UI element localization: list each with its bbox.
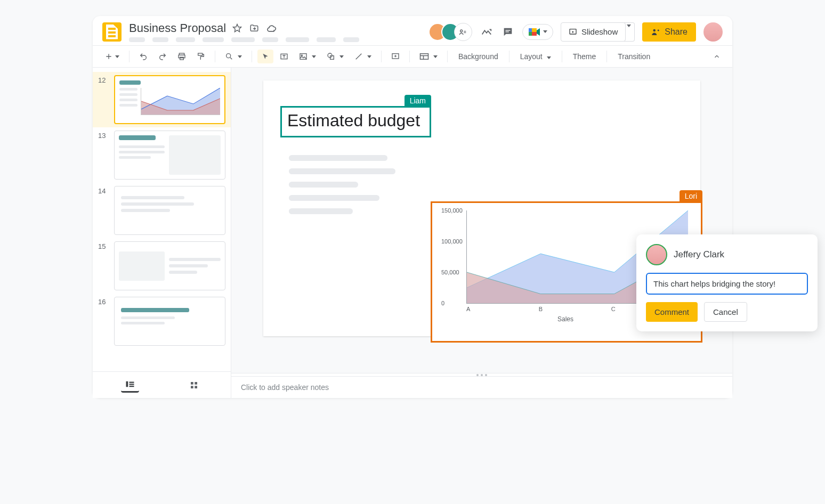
comment-author-name: Jeffery Clark bbox=[674, 249, 724, 260]
svg-rect-25 bbox=[130, 384, 134, 385]
svg-rect-29 bbox=[191, 386, 193, 388]
chevron-down-icon bbox=[339, 55, 344, 58]
comments-icon[interactable] bbox=[501, 26, 515, 38]
redo-button[interactable] bbox=[154, 49, 171, 64]
filmstrip-grid-view[interactable] bbox=[185, 377, 203, 393]
slide-canvas[interactable]: Liam Estimated budget Lori bbox=[263, 80, 700, 336]
slideshow-dropdown[interactable] bbox=[624, 22, 635, 42]
svg-rect-3 bbox=[505, 31, 508, 32]
shape-button[interactable] bbox=[322, 49, 348, 64]
menu-bar[interactable] bbox=[129, 37, 359, 42]
star-icon[interactable] bbox=[231, 22, 243, 34]
profile-avatar[interactable] bbox=[703, 22, 723, 42]
title-textbox[interactable]: Liam Estimated budget bbox=[280, 106, 431, 137]
slide-thumbnail[interactable]: 12 bbox=[93, 72, 231, 127]
svg-rect-2 bbox=[505, 30, 510, 30]
collaborator-label: Liam bbox=[405, 95, 431, 107]
svg-rect-7 bbox=[532, 28, 537, 32]
image-button[interactable] bbox=[295, 49, 320, 64]
activity-icon[interactable] bbox=[480, 26, 494, 38]
svg-rect-28 bbox=[195, 382, 197, 385]
chevron-down-icon bbox=[312, 55, 316, 58]
toolbar: Background Layout Theme Transition bbox=[93, 45, 732, 68]
svg-point-1 bbox=[460, 30, 463, 32]
app-window: Business Proposal bbox=[93, 16, 732, 398]
svg-rect-26 bbox=[130, 386, 134, 387]
svg-rect-6 bbox=[529, 32, 532, 36]
collaborator-label: Lori bbox=[680, 190, 702, 202]
slide-thumbnail[interactable]: 16 bbox=[93, 294, 231, 349]
svg-rect-24 bbox=[130, 382, 134, 383]
doc-title[interactable]: Business Proposal bbox=[129, 21, 226, 35]
chevron-down-icon bbox=[547, 56, 551, 59]
move-folder-icon[interactable] bbox=[248, 22, 260, 34]
svg-rect-8 bbox=[532, 32, 537, 36]
background-button[interactable]: Background bbox=[453, 49, 504, 64]
svg-point-15 bbox=[227, 54, 231, 58]
header: Business Proposal bbox=[93, 16, 732, 45]
select-tool-button[interactable] bbox=[257, 50, 273, 63]
svg-rect-30 bbox=[195, 386, 197, 388]
zoom-button[interactable] bbox=[221, 49, 246, 64]
comment-popup: Jeffery Clark This chart helps bridging … bbox=[636, 234, 818, 331]
collaborator-avatars[interactable] bbox=[428, 23, 472, 41]
chevron-down-icon bbox=[367, 55, 371, 58]
paint-format-button[interactable] bbox=[192, 49, 209, 64]
line-button[interactable] bbox=[350, 49, 376, 64]
svg-rect-22 bbox=[420, 54, 428, 60]
slide-title-text[interactable]: Estimated budget bbox=[287, 111, 420, 131]
doc-title-area: Business Proposal bbox=[129, 21, 359, 42]
canvas-area: Liam Estimated budget Lori bbox=[231, 68, 732, 398]
slideshow-button[interactable]: Slideshow bbox=[561, 22, 626, 42]
slide-thumbnail[interactable]: 15 bbox=[93, 238, 231, 294]
comment-cancel-button[interactable]: Cancel bbox=[704, 302, 747, 322]
svg-rect-27 bbox=[191, 382, 193, 385]
filmstrip-list-view[interactable] bbox=[121, 377, 139, 393]
chevron-down-icon bbox=[433, 55, 438, 58]
main-area: 12 bbox=[93, 68, 732, 398]
chevron-down-icon bbox=[627, 25, 631, 36]
comment-submit-button[interactable]: Comment bbox=[646, 302, 698, 322]
svg-point-18 bbox=[301, 55, 302, 56]
svg-marker-0 bbox=[233, 25, 241, 32]
comment-add-button[interactable] bbox=[387, 49, 404, 64]
svg-rect-14 bbox=[198, 53, 203, 55]
slide-thumbnail[interactable]: 14 bbox=[93, 183, 231, 238]
filmstrip: 12 bbox=[93, 68, 231, 398]
slide-thumbnail[interactable]: 13 bbox=[93, 127, 231, 183]
layout-button[interactable]: Layout bbox=[515, 49, 556, 64]
transition-button[interactable]: Transition bbox=[612, 49, 656, 64]
svg-rect-23 bbox=[126, 381, 128, 387]
share-button[interactable]: Share bbox=[642, 22, 696, 42]
speaker-notes[interactable]: Click to add speaker notes bbox=[231, 376, 732, 398]
svg-rect-5 bbox=[529, 28, 532, 32]
comment-input[interactable]: This chart helps bridging the story! bbox=[646, 273, 808, 295]
theme-button[interactable]: Theme bbox=[568, 49, 602, 64]
avatar-more[interactable] bbox=[454, 23, 472, 41]
undo-button[interactable] bbox=[135, 49, 152, 64]
slideshow-label: Slideshow bbox=[581, 27, 618, 36]
print-button[interactable] bbox=[173, 49, 190, 64]
layout-picker-button[interactable] bbox=[415, 50, 442, 63]
chevron-down-icon bbox=[115, 55, 119, 58]
collapse-toolbar-button[interactable] bbox=[709, 50, 725, 63]
chevron-down-icon bbox=[543, 30, 547, 33]
new-slide-button[interactable] bbox=[100, 49, 124, 64]
share-label: Share bbox=[665, 27, 687, 37]
textbox-button[interactable] bbox=[276, 49, 293, 64]
meet-button[interactable] bbox=[522, 24, 553, 40]
slides-logo[interactable] bbox=[102, 22, 122, 42]
svg-point-10 bbox=[653, 29, 656, 31]
cloud-status-icon[interactable] bbox=[265, 22, 277, 34]
comment-author-avatar bbox=[646, 244, 667, 265]
chevron-down-icon bbox=[238, 55, 242, 58]
